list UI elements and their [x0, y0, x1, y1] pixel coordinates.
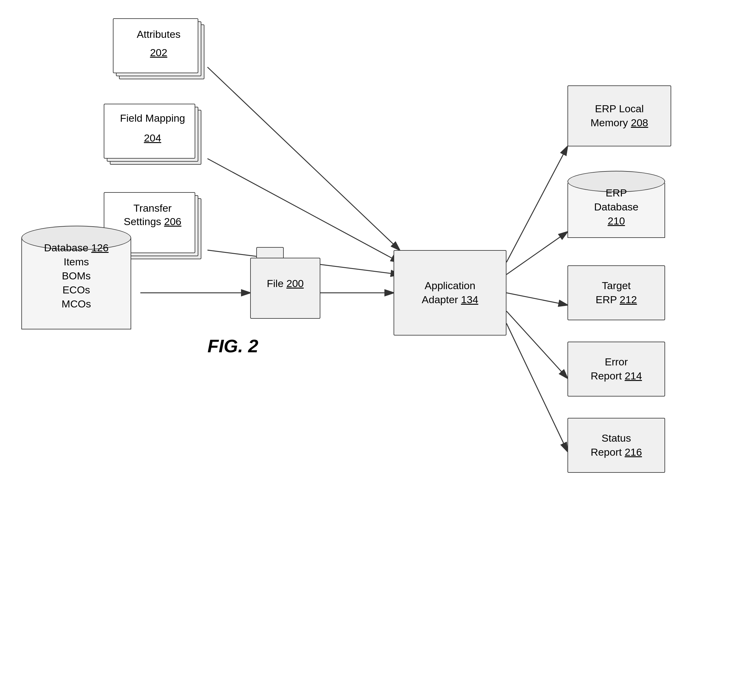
svg-line-1: [207, 67, 400, 250]
database-items: ItemsBOMsECOsMCOs: [62, 256, 91, 310]
error-report-label: ErrorReport 214: [591, 356, 642, 382]
attributes-number: 202: [116, 46, 201, 59]
status-report-label: StatusReport 216: [591, 432, 642, 458]
application-adapter-box: ApplicationAdapter 134: [393, 250, 506, 336]
transfer-settings-label: TransferSettings 206: [107, 201, 198, 228]
svg-line-2: [207, 158, 400, 262]
error-report-box: ErrorReport 214: [568, 342, 665, 396]
field-mapping-label: Field Mapping: [107, 112, 198, 125]
erp-local-memory-label: ERP LocalMemory 208: [591, 103, 648, 128]
application-adapter-label: ApplicationAdapter 134: [422, 280, 478, 305]
erp-database-label: ERPDatabase210: [594, 187, 639, 227]
attributes-label: Attributes: [116, 28, 201, 41]
status-report-box: StatusReport 216: [568, 418, 665, 473]
svg-line-10: [506, 323, 568, 451]
target-erp-label: TargetERP 212: [596, 280, 637, 305]
erp-local-memory-box: ERP LocalMemory 208: [568, 85, 671, 147]
diagram: Attributes 202 Field Mapping 204 Transfe…: [0, 0, 731, 700]
svg-line-7: [506, 232, 568, 274]
svg-line-9: [506, 311, 568, 378]
field-mapping-number: 204: [107, 131, 198, 145]
svg-line-8: [506, 293, 568, 305]
figure-label: FIG. 2: [207, 336, 258, 357]
svg-line-6: [506, 147, 568, 262]
target-erp-box: TargetERP 212: [568, 266, 665, 320]
database-label: Database 126: [44, 242, 109, 254]
file-label: File 200: [267, 277, 304, 289]
